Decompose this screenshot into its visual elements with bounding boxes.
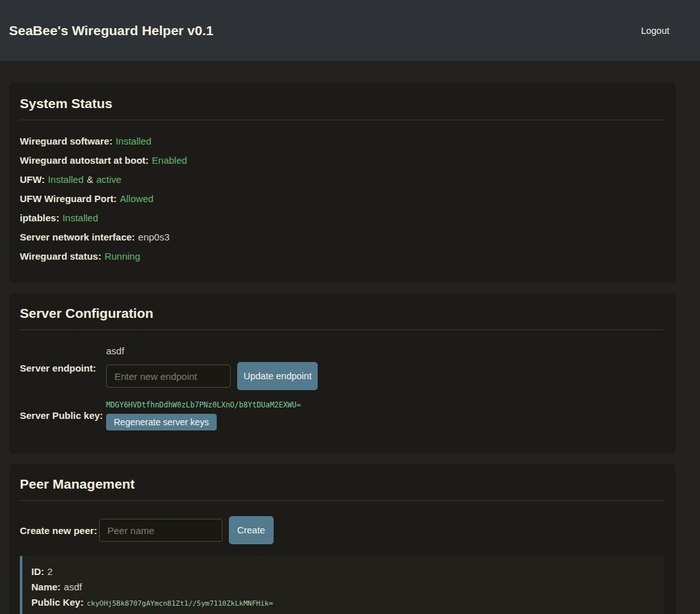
status-row-iptables: iptables:Installed (20, 212, 664, 223)
peer-management-title: Peer Management (20, 476, 664, 501)
status-separator: & (87, 174, 93, 185)
peer-management-card: Peer Management Create new peer: Create … (9, 464, 676, 614)
peer-name-row: Name:asdf (31, 581, 655, 592)
status-row-ufw: UFW:Installed&active (20, 174, 664, 185)
status-label: iptables: (20, 212, 59, 223)
peer-name-input[interactable] (99, 519, 222, 542)
status-row-network-interface: Server network interface:enp0s3 (20, 232, 664, 242)
system-status-card: System Status Wireguard software:Install… (9, 83, 676, 283)
main-content: System Status Wireguard software:Install… (9, 83, 676, 614)
status-label: UFW: (20, 174, 45, 185)
app-title: SeaBee's Wireguard Helper v0.1 (9, 23, 214, 38)
status-label: UFW Wireguard Port: (20, 193, 117, 204)
peer-name-label: Name: (31, 581, 61, 592)
status-row-wireguard-software: Wireguard software:Installed (20, 136, 664, 146)
status-row-wireguard-status: Wireguard status:Running (20, 251, 664, 262)
status-value: Running (104, 251, 140, 262)
status-value-2: active (97, 174, 121, 185)
create-peer-row: Create new peer: Create (20, 516, 664, 544)
update-endpoint-button[interactable]: Update endpoint (237, 362, 318, 390)
create-peer-button[interactable]: Create (229, 516, 274, 544)
server-endpoint-current-value: asdf (106, 345, 318, 356)
server-endpoint-row: Server endpoint: asdf Update endpoint (20, 345, 664, 390)
status-label: Server network interface: (20, 232, 135, 242)
server-public-key-label: Server Public key: (20, 410, 106, 421)
system-status-title: System Status (20, 96, 664, 120)
server-public-key-value: MDGY6HVDtfhnDdhW0zLb7PNz0LXnO/b8YtDUaM2E… (106, 400, 301, 409)
peer-name-value: asdf (64, 581, 82, 592)
status-value: Installed (63, 212, 98, 223)
status-value: Allowed (120, 193, 154, 204)
status-list: Wireguard software:Installed Wireguard a… (20, 136, 664, 262)
peer-id-row: ID:2 (31, 566, 655, 577)
app-header: SeaBee's Wireguard Helper v0.1 Logout (0, 0, 700, 61)
server-configuration-title: Server Configuration (20, 306, 664, 330)
status-label: Wireguard status: (20, 251, 101, 262)
status-value: enp0s3 (138, 232, 169, 242)
status-row-autostart: Wireguard autostart at boot:Enabled (20, 155, 664, 166)
peer-id-value: 2 (47, 566, 52, 577)
peer-public-key-row: Public Key:ckyOHj5Bk8707gAYmcn81Zt1//5ym… (31, 597, 655, 608)
logout-link[interactable]: Logout (641, 26, 669, 36)
server-configuration-card: Server Configuration Server endpoint: as… (9, 293, 676, 453)
peer-item: ID:2 Name:asdf Public Key:ckyOHj5Bk8707g… (20, 556, 664, 614)
regenerate-server-keys-button[interactable]: Regenerate server keys (106, 414, 217, 430)
status-value: Installed (116, 136, 152, 146)
status-value: Enabled (152, 155, 187, 166)
peer-public-key-label: Public Key: (31, 597, 84, 608)
status-value: Installed (48, 174, 84, 185)
server-public-key-row: Server Public key: MDGY6HVDtfhnDdhW0zLb7… (20, 400, 664, 430)
status-label: Wireguard autostart at boot: (20, 155, 149, 166)
peer-id-label: ID: (31, 566, 44, 577)
create-peer-label: Create new peer: (20, 525, 99, 536)
endpoint-input[interactable] (106, 365, 231, 388)
status-label: Wireguard software: (20, 136, 113, 146)
status-row-ufw-port: UFW Wireguard Port:Allowed (20, 193, 664, 204)
peer-public-key-value: ckyOHj5Bk8707gAYmcn81Zt1//5ym7110ZkLkMNF… (87, 599, 273, 608)
server-endpoint-label: Server endpoint: (20, 363, 106, 374)
